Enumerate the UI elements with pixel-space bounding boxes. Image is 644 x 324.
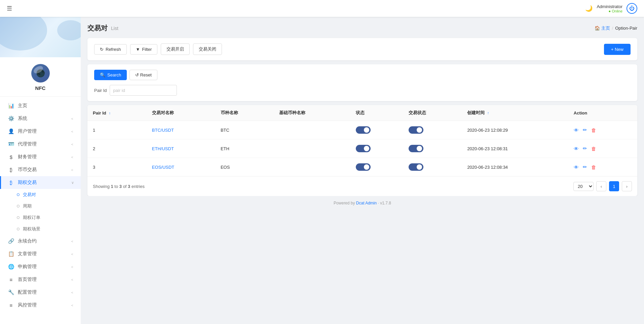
sidebar: 🌑 NFC 📊 主页 ⚙️ 系统 ＜ 👤 用户管理 ＜ 🪪 代理管理 <box>0 17 81 324</box>
pair-id-input[interactable] <box>110 85 177 96</box>
chevron-right-icon: ＜ <box>70 239 74 244</box>
cell-created-at: 2020-06-23 12:08:29 <box>462 121 568 139</box>
sidebar-item-perpetual-label: 永续合约 <box>18 238 70 244</box>
cell-action: 👁 ✏ 🗑 <box>568 158 637 176</box>
cell-status <box>350 158 403 176</box>
col-action: Action <box>568 105 637 121</box>
sidebar-item-trading-pairs[interactable]: 交易对 <box>0 189 81 200</box>
sidebar-item-finance-mgmt[interactable]: $ 财务管理 ＜ <box>0 151 81 163</box>
page-1-button[interactable]: 1 <box>609 181 619 191</box>
trade-status-toggle[interactable] <box>409 163 423 171</box>
sidebar-item-options-orders[interactable]: 期权订单 <box>0 212 81 223</box>
view-icon[interactable]: 👁 <box>574 127 579 133</box>
delete-icon[interactable]: 🗑 <box>591 164 596 170</box>
sidebar-item-home[interactable]: 📊 主页 <box>0 99 81 112</box>
cell-pair-id: 3 <box>87 158 147 176</box>
search-icon: 🔍 <box>100 72 105 77</box>
sidebar-item-risk-mgmt[interactable]: ≡ 风控管理 ＜ <box>0 299 81 312</box>
view-icon[interactable]: 👁 <box>574 164 579 170</box>
status-toggle[interactable] <box>356 145 371 152</box>
cell-created-at: 2020-06-23 12:08:31 <box>462 139 568 158</box>
footer-brand-link[interactable]: Dcat Admin <box>356 201 377 205</box>
user-name: Administrator <box>597 4 622 9</box>
sidebar-item-agent-mgmt[interactable]: 🪪 代理管理 ＜ <box>0 138 81 151</box>
period-label: 周期 <box>23 203 32 209</box>
top-header: ☰ 🌙 Administrator Online ⏻ <box>0 0 644 17</box>
delete-icon[interactable]: 🗑 <box>591 146 596 152</box>
page-header: 交易对 List 🏠 主页 / Option-Pair <box>87 24 637 33</box>
cell-base-coin <box>274 139 350 158</box>
sidebar-item-home-mgmt[interactable]: ≡ 首页管理 ＜ <box>0 273 81 286</box>
sidebar-item-user-mgmt-label: 用户管理 <box>18 128 70 134</box>
breadcrumb-home[interactable]: 🏠 主页 <box>595 25 610 31</box>
sidebar-item-system[interactable]: ⚙️ 系统 ＜ <box>0 112 81 125</box>
menu-toggle-icon[interactable]: ☰ <box>7 5 12 12</box>
delete-icon[interactable]: 🗑 <box>591 127 596 133</box>
view-icon[interactable]: 👁 <box>574 146 579 152</box>
options-trade-icon: ₿ <box>8 180 14 186</box>
table-row: 1 BTC/USDT BTC 2020-06-23 12:08:29 👁 <box>87 121 637 139</box>
home-mgmt-icon: ≡ <box>8 277 14 283</box>
sidebar-item-article-mgmt[interactable]: 📋 文章管理 ＜ <box>0 248 81 260</box>
cell-status <box>350 139 403 158</box>
user-info: Administrator Online <box>597 4 622 13</box>
purchase-icon: 🌐 <box>8 264 14 270</box>
cell-action: 👁 ✏ 🗑 <box>568 139 637 158</box>
sidebar-item-config-mgmt-label: 配置管理 <box>18 289 70 295</box>
trade-open-button[interactable]: 交易开启 <box>161 43 190 55</box>
home-icon: 🏠 <box>595 26 600 31</box>
edit-icon[interactable]: ✏ <box>583 145 587 152</box>
col-status: 状态 <box>350 105 403 121</box>
search-button[interactable]: 🔍 Search <box>94 70 127 80</box>
sidebar-item-config-mgmt[interactable]: 🔧 配置管理 ＜ <box>0 286 81 299</box>
config-icon: 🔧 <box>8 289 14 295</box>
sidebar-item-coin-trade-label: 币币交易 <box>18 167 70 173</box>
page-title: 交易对 <box>87 24 108 33</box>
refresh-button[interactable]: ↻ Refresh <box>94 44 127 55</box>
header-left: ☰ <box>7 5 12 12</box>
trade-status-toggle[interactable] <box>409 145 423 152</box>
sidebar-item-options-market[interactable]: 期权场景 <box>0 223 81 235</box>
next-page-button[interactable]: › <box>622 181 632 191</box>
pair-link[interactable]: EOS/USDT <box>152 165 174 170</box>
col-created-at: 创建时间 ↑ <box>462 105 568 121</box>
power-button[interactable]: ⏻ <box>627 3 637 14</box>
reset-button[interactable]: ↺ Reset <box>129 70 157 80</box>
pair-link[interactable]: ETH/USDT <box>152 146 174 151</box>
trade-close-button[interactable]: 交易关闭 <box>193 43 222 55</box>
sidebar-item-coin-trade[interactable]: ₿ 币币交易 ＜ <box>0 163 81 176</box>
agent-mgmt-icon: 🪪 <box>8 141 14 147</box>
status-toggle[interactable] <box>356 163 371 171</box>
edit-icon[interactable]: ✏ <box>583 127 587 133</box>
cell-action: 👁 ✏ 🗑 <box>568 121 637 139</box>
prev-page-button[interactable]: ‹ <box>596 181 606 191</box>
pair-id-field-group: Pair Id <box>94 85 177 96</box>
sidebar-item-options-trade-label: 期权交易 <box>18 180 71 186</box>
footer-version: · v1.7.8 <box>378 201 391 205</box>
user-mgmt-icon: 👤 <box>8 128 14 134</box>
page-size-select[interactable]: 20 10 50 100 <box>573 182 594 191</box>
pair-link[interactable]: BTC/USDT <box>152 128 174 133</box>
status-toggle[interactable] <box>356 126 371 134</box>
edit-icon[interactable]: ✏ <box>583 164 587 170</box>
cell-created-at: 2020-06-23 12:08:34 <box>462 158 568 176</box>
search-actions: 🔍 Search ↺ Reset <box>94 70 631 80</box>
new-button[interactable]: + New <box>604 44 631 55</box>
options-sub-nav: 交易对 周期 期权订单 期权场景 <box>0 189 81 235</box>
sidebar-item-period[interactable]: 周期 <box>0 200 81 212</box>
sidebar-item-options-trade[interactable]: ₿ 期权交易 ∨ <box>0 176 81 189</box>
table-container: Pair Id ↑ 交易对名称 币种名称 基础币种名称 <box>87 105 637 196</box>
sidebar-nav: 📊 主页 ⚙️ 系统 ＜ 👤 用户管理 ＜ 🪪 代理管理 ＜ $ 财务管理 <box>0 97 81 324</box>
filter-button[interactable]: ▼ Filter <box>130 44 158 55</box>
pagination-showing: Showing 1 to 3 of 3 entries <box>93 184 145 189</box>
pagination-area: Showing 1 to 3 of 3 entries 20 10 50 100… <box>87 176 637 196</box>
sidebar-item-user-mgmt[interactable]: 👤 用户管理 ＜ <box>0 125 81 138</box>
sidebar-item-perpetual[interactable]: 🔗 永续合约 ＜ <box>0 235 81 248</box>
chevron-right-icon: ＜ <box>70 303 74 308</box>
sidebar-item-purchase-mgmt[interactable]: 🌐 申购管理 ＜ <box>0 260 81 273</box>
table-row: 2 ETH/USDT ETH 2020-06-23 12:08:31 👁 <box>87 139 637 158</box>
breadcrumb: 🏠 主页 / Option-Pair <box>595 25 637 31</box>
theme-toggle-icon[interactable]: 🌙 <box>585 5 593 12</box>
trade-status-toggle[interactable] <box>409 126 423 134</box>
action-icons: 👁 ✏ 🗑 <box>574 145 632 152</box>
